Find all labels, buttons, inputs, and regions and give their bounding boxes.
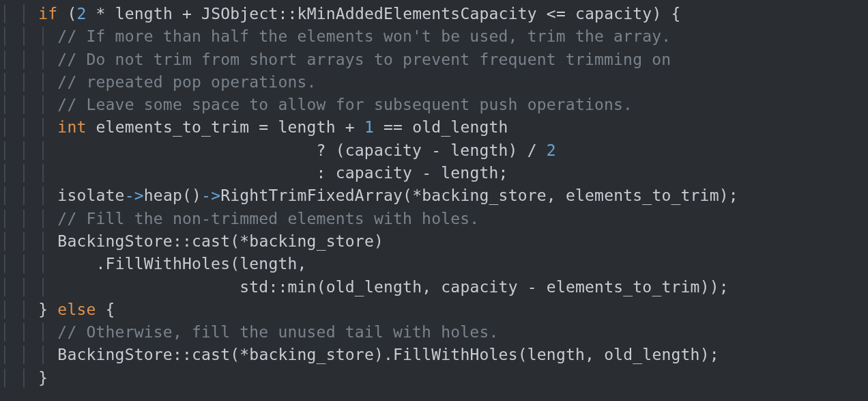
token-pn: (* xyxy=(403,186,422,204)
token-pn: ) { xyxy=(652,5,680,23)
token-pn: ); xyxy=(719,186,738,204)
token-fn: heap xyxy=(144,186,182,204)
token-id: capacity xyxy=(336,164,412,182)
token-kw: int xyxy=(57,118,86,136)
indent-guide: │ xyxy=(19,73,38,91)
indent-guide: │ xyxy=(38,96,57,113)
indent-guide: │ xyxy=(38,210,57,227)
token-op: -> xyxy=(201,186,220,204)
code-line[interactable]: │ │ │ // Otherwise, fill the unused tail… xyxy=(0,321,868,344)
token-cm: // If more than half the elements won't … xyxy=(57,27,671,45)
token-pn: + xyxy=(173,5,201,23)
token-id: length xyxy=(527,346,585,363)
indent-guide: │ xyxy=(19,278,38,296)
token-id: length xyxy=(240,255,297,273)
token-pn: } xyxy=(38,369,48,387)
token-pn: , xyxy=(547,186,566,204)
indent-guide: │ xyxy=(38,232,57,250)
code-line[interactable]: │ │ │ // Do not trim from short arrays t… xyxy=(0,49,868,71)
token-pn: (* xyxy=(230,232,249,250)
code-line[interactable]: │ │ } xyxy=(0,367,868,389)
token-pn: ; xyxy=(499,164,508,182)
indent-guide: │ xyxy=(38,27,57,45)
indent-guide: │ xyxy=(19,186,38,204)
code-line[interactable]: │ │ │ BackingStore::cast(*backing_store) xyxy=(0,230,868,253)
code-line[interactable]: │ │ │ std::min(old_length, capacity - el… xyxy=(0,276,868,299)
token-id: JSObject xyxy=(201,5,278,23)
indent-guide: │ xyxy=(38,164,57,182)
token-id: capacity xyxy=(575,5,652,23)
indent-guide: │ xyxy=(38,323,57,341)
token-num: 1 xyxy=(364,118,374,136)
token-pn: - xyxy=(518,278,547,296)
token-pn: <= xyxy=(537,5,575,23)
code-line[interactable]: │ │ │ // If more than half the elements … xyxy=(0,25,868,48)
token-id: length xyxy=(450,141,508,159)
indent-guide: │ xyxy=(19,323,38,341)
indent-guide: │ xyxy=(19,5,38,23)
token-pn: ) xyxy=(374,232,384,250)
token-pn: . xyxy=(57,255,105,273)
token-cm: // Otherwise, fill the unused tail with … xyxy=(57,323,498,341)
token-pn: - xyxy=(422,141,450,159)
token-pn: , xyxy=(422,278,441,296)
token-fn: min xyxy=(288,278,317,296)
token-pn: )); xyxy=(700,278,729,296)
token-fn: FillWithHoles xyxy=(393,346,518,363)
indent-guide: │ xyxy=(38,118,57,136)
token-id: length xyxy=(278,118,335,136)
token-pn: * xyxy=(87,5,115,23)
code-line[interactable]: │ │ │ // repeated pop operations. xyxy=(0,71,868,94)
indent-guide: │ xyxy=(38,73,57,91)
code-editor[interactable]: │ │ if (2 * length + JSObject::kMinAdded… xyxy=(0,0,868,389)
token-pn: ( xyxy=(317,278,326,296)
indent-guide: │ xyxy=(0,210,19,227)
indent-guide: │ xyxy=(0,73,19,91)
token-num: 2 xyxy=(547,141,556,159)
indent-guide: │ xyxy=(0,141,19,159)
indent-guide: │ xyxy=(38,141,57,159)
code-line[interactable]: │ │ │ // Leave some space to allow for s… xyxy=(0,94,868,116)
token-pn: :: xyxy=(173,232,192,250)
code-line[interactable]: │ │ │ isolate->heap()->RightTrimFixedArr… xyxy=(0,184,868,207)
token-fn: cast xyxy=(192,232,230,250)
token-pn: { xyxy=(96,301,115,318)
token-kw: if xyxy=(38,5,57,23)
code-line[interactable]: │ │ │ BackingStore::cast(*backing_store)… xyxy=(0,344,868,366)
code-line[interactable]: │ │ │ // Fill the non-trimmed elements w… xyxy=(0,208,868,230)
token-kw: else xyxy=(57,301,96,318)
code-line[interactable]: │ │ │ ? (capacity - length) / 2 xyxy=(0,139,868,162)
indent-guide: │ xyxy=(0,186,19,204)
token-pn: ( xyxy=(518,346,527,363)
token-pn: = xyxy=(249,118,278,136)
code-line[interactable]: │ │ │ .FillWithHoles(length, xyxy=(0,253,868,275)
token-pn: ( xyxy=(57,5,76,23)
token-pn: : xyxy=(57,164,335,182)
code-line[interactable]: │ │ } else { xyxy=(0,299,868,321)
token-id: length xyxy=(115,5,173,23)
indent-guide: │ xyxy=(0,51,19,68)
code-line[interactable]: │ │ if (2 * length + JSObject::kMinAdded… xyxy=(0,3,868,25)
token-pn: ? ( xyxy=(57,141,345,159)
indent-guide: │ xyxy=(19,255,38,273)
token-pn: :: xyxy=(278,5,298,23)
code-line[interactable]: │ │ │ : capacity - length; xyxy=(0,162,868,184)
token-pn: , xyxy=(585,346,604,363)
token-fn: RightTrimFixedArray xyxy=(220,186,403,204)
indent-guide: │ xyxy=(0,278,19,296)
token-pn: (* xyxy=(230,346,249,363)
token-id: elements_to_trim xyxy=(547,278,700,296)
indent-guide: │ xyxy=(19,96,38,113)
token-id: BackingStore xyxy=(57,232,173,250)
indent-guide: │ xyxy=(0,369,19,387)
indent-guide: │ xyxy=(19,27,38,45)
indent-guide: │ xyxy=(19,118,38,136)
token-id: BackingStore xyxy=(57,346,173,363)
token-id: backing_store xyxy=(249,346,374,363)
token-cm: // Fill the non-trimmed elements with ho… xyxy=(57,210,479,227)
indent-guide: │ xyxy=(38,255,57,273)
token-pn: } xyxy=(38,301,57,318)
token-pn xyxy=(86,118,96,136)
token-id: elements_to_trim xyxy=(566,186,719,204)
code-line[interactable]: │ │ │ int elements_to_trim = length + 1 … xyxy=(0,116,868,139)
